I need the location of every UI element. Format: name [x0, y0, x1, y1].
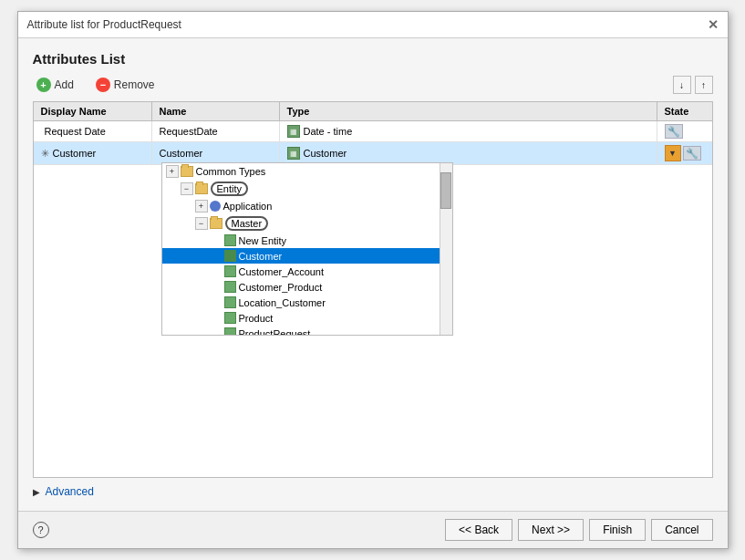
cell-type: ▦ Date - time — [280, 121, 657, 141]
type-content: ▦ Customer — [287, 147, 347, 160]
folder-icon — [181, 166, 193, 177]
node-label: Customer — [239, 251, 283, 262]
state-button[interactable]: 🔧 — [683, 146, 701, 161]
node-label: Product — [239, 313, 274, 324]
main-dialog: Attribute list for ProductRequest ✕ Attr… — [17, 11, 729, 549]
cell-display-name: Request Date — [34, 121, 152, 141]
back-button[interactable]: << Back — [445, 519, 512, 541]
entity-icon — [224, 234, 236, 246]
node-label: Entity — [211, 181, 249, 196]
dialog-title: Attribute list for ProductRequest — [27, 18, 181, 31]
type-icon: ▦ — [287, 125, 300, 138]
folder-icon — [195, 183, 208, 194]
expand-icon[interactable]: − — [181, 182, 193, 195]
table-rows: Request Date RequestDate ▦ Date - time 🔧 — [34, 121, 712, 477]
type-content: ▦ Date - time — [287, 125, 353, 138]
tree-node-product[interactable]: Product — [162, 310, 452, 326]
expand-icon[interactable]: + — [166, 165, 179, 178]
node-label: Customer_Account — [239, 266, 325, 277]
type-dropdown[interactable]: + Common Types − Entity — [161, 162, 453, 336]
title-bar: Attribute list for ProductRequest ✕ — [18, 12, 728, 38]
node-label: Common Types — [196, 166, 266, 177]
advanced-label: Advanced — [46, 485, 94, 498]
dialog-footer: ? << Back Next >> Finish Cancel — [18, 511, 728, 548]
cell-name: Customer — [152, 142, 280, 164]
remove-button[interactable]: − Remove — [92, 76, 159, 94]
tree-node-customer[interactable]: Customer — [162, 248, 452, 264]
tree-node-customer-account[interactable]: Customer_Account — [162, 264, 452, 279]
dialog-content: Attributes List + Add − Remove ↓ ↑ Displ… — [18, 38, 728, 511]
cell-state: 🔧 — [657, 121, 712, 141]
node-label: Location_Customer — [239, 297, 326, 308]
tree-node-entity[interactable]: − Entity — [162, 180, 452, 198]
add-icon: + — [36, 78, 51, 92]
cell-state: ▼ 🔧 — [657, 142, 712, 164]
expand-icon[interactable]: + — [195, 200, 208, 213]
tree-node-common-types[interactable]: + Common Types — [162, 163, 452, 180]
tree-node-customer-product[interactable]: Customer_Product — [162, 279, 452, 295]
help-button[interactable]: ? — [33, 522, 49, 538]
row-special-icon: ✳ — [41, 148, 49, 160]
table-row[interactable]: Request Date RequestDate ▦ Date - time 🔧 — [34, 121, 712, 142]
entity-icon — [224, 281, 236, 293]
entity-icon — [224, 250, 236, 262]
app-icon — [210, 201, 221, 212]
node-label: New Entity — [239, 235, 287, 246]
attributes-table: Display Name Name Type State Request Dat… — [33, 101, 713, 478]
advanced-arrow-icon: ▶ — [33, 487, 40, 497]
expand-icon[interactable]: − — [195, 217, 208, 230]
header-name: Name — [152, 102, 280, 120]
cell-type: ▦ Customer + Common Types — [280, 142, 657, 164]
state-dropdown-button[interactable]: ▼ — [665, 145, 681, 161]
header-display-name: Display Name — [34, 102, 152, 120]
add-button[interactable]: + Add — [33, 76, 78, 94]
cell-display-name: ✳ Customer — [34, 142, 152, 164]
tree-node-application[interactable]: + Application — [162, 198, 452, 214]
sort-up-button[interactable]: ↑ — [695, 76, 713, 94]
node-label: Customer_Product — [239, 282, 323, 293]
type-icon: ▦ — [287, 147, 300, 160]
scrollbar-track — [440, 163, 452, 335]
sort-down-button[interactable]: ↓ — [673, 76, 691, 94]
folder-icon — [210, 218, 222, 229]
advanced-section[interactable]: ▶ Advanced — [33, 485, 713, 498]
remove-label: Remove — [114, 78, 155, 91]
next-button[interactable]: Next >> — [518, 519, 584, 541]
finish-button[interactable]: Finish — [589, 519, 646, 541]
state-button[interactable]: 🔧 — [665, 124, 683, 139]
cell-name: RequestDate — [152, 121, 280, 141]
tree-node-product-request[interactable]: ProductRequest — [162, 326, 452, 336]
header-type: Type — [280, 102, 657, 120]
entity-icon — [224, 312, 236, 324]
scrollbar-thumb[interactable] — [440, 172, 451, 209]
cancel-button[interactable]: Cancel — [651, 519, 712, 541]
tree-node-new-entity[interactable]: New Entity — [162, 233, 452, 248]
toolbar: + Add − Remove ↓ ↑ — [33, 76, 713, 94]
table-header: Display Name Name Type State — [34, 102, 712, 121]
entity-icon — [224, 296, 236, 308]
tree-node-location-customer[interactable]: Location_Customer — [162, 295, 452, 310]
header-state: State — [657, 102, 712, 120]
close-button[interactable]: ✕ — [708, 17, 719, 32]
entity-icon — [224, 265, 236, 277]
entity-icon — [224, 327, 236, 336]
node-label: Application — [223, 201, 273, 212]
node-label: Master — [225, 216, 269, 231]
node-label: ProductRequest — [239, 328, 311, 337]
tree-node-master[interactable]: − Master — [162, 214, 452, 233]
table-row[interactable]: ✳ Customer Customer ▦ Customer — [34, 142, 712, 165]
sort-buttons: ↓ ↑ — [673, 76, 713, 94]
section-title: Attributes List — [33, 51, 713, 67]
add-label: Add — [55, 78, 74, 91]
remove-icon: − — [96, 78, 110, 92]
